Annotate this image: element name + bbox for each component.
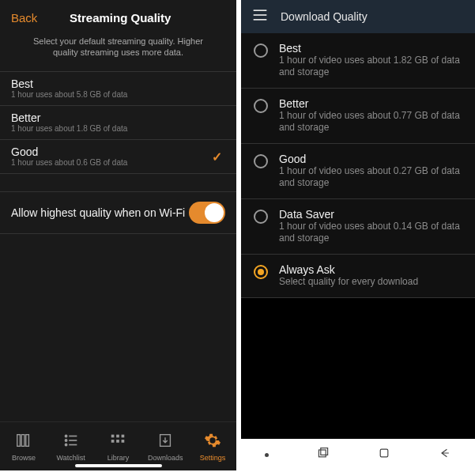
tab-bar: Browse Watchlist Library Downloads xyxy=(0,421,236,470)
streaming-quality-screen: Back Streaming Quality Select your defau… xyxy=(0,0,236,470)
option-desc: Select quality for every download xyxy=(279,276,462,288)
svg-rect-21 xyxy=(380,449,388,457)
tab-label: Watchlist xyxy=(57,454,85,462)
svg-rect-11 xyxy=(122,434,125,437)
tab-label: Downloads xyxy=(148,454,183,462)
svg-rect-20 xyxy=(321,448,328,455)
option-label: Best xyxy=(11,77,225,90)
svg-rect-10 xyxy=(117,434,120,437)
svg-rect-0 xyxy=(17,434,21,446)
option-desc: 1 hour of video uses about 0.14 GB of da… xyxy=(279,221,462,244)
option-label: Better xyxy=(11,111,225,124)
option-desc: 1 hour uses about 0.6 GB of data xyxy=(11,158,225,167)
tab-browse[interactable]: Browse xyxy=(0,422,47,470)
browse-icon xyxy=(15,432,32,451)
header: Back Streaming Quality xyxy=(0,0,236,36)
page-title: Streaming Quality xyxy=(15,11,225,25)
wifi-toggle[interactable] xyxy=(189,202,225,224)
option-label: Better xyxy=(279,97,462,110)
svg-rect-12 xyxy=(111,440,115,443)
svg-rect-2 xyxy=(26,434,29,446)
extras-button[interactable] xyxy=(265,453,269,457)
option-desc: 1 hour of video uses about 0.77 GB of da… xyxy=(279,110,462,134)
svg-point-5 xyxy=(65,439,66,440)
hamburger-icon[interactable] xyxy=(252,8,268,25)
home-button[interactable] xyxy=(378,447,390,463)
android-nav-bar xyxy=(241,439,475,470)
toggle-knob xyxy=(205,203,224,222)
svg-rect-14 xyxy=(122,440,125,443)
download-option-data-saver[interactable]: Data Saver 1 hour of video uses about 0.… xyxy=(241,199,475,255)
recents-button[interactable] xyxy=(317,447,330,463)
tab-library[interactable]: Library xyxy=(95,422,142,470)
home-indicator[interactable] xyxy=(75,464,162,467)
option-desc: 1 hour uses about 1.8 GB of data xyxy=(11,124,225,133)
download-options-list: Best 1 hour of video uses about 1.82 GB … xyxy=(241,33,475,298)
quality-option-better[interactable]: Better 1 hour uses about 1.8 GB of data xyxy=(0,105,236,139)
download-option-good[interactable]: Good 1 hour of video uses about 0.27 GB … xyxy=(241,144,475,199)
svg-rect-1 xyxy=(21,434,25,446)
tab-watchlist[interactable]: Watchlist xyxy=(47,422,95,470)
radio-button[interactable] xyxy=(254,154,268,168)
wifi-quality-row[interactable]: Allow highest quality when on Wi-Fi xyxy=(0,191,236,234)
tab-settings[interactable]: Settings xyxy=(189,422,236,470)
tab-label: Library xyxy=(107,454,130,462)
app-bar: Download Quality xyxy=(241,0,475,33)
checkmark-icon: ✓ xyxy=(212,149,222,164)
wifi-label: Allow highest quality when on Wi-Fi xyxy=(11,206,185,219)
tab-label: Browse xyxy=(12,454,36,462)
option-label: Good xyxy=(279,153,462,165)
svg-point-7 xyxy=(65,444,66,445)
quality-option-good[interactable]: Good 1 hour uses about 0.6 GB of data ✓ xyxy=(0,139,236,174)
radio-button[interactable] xyxy=(254,43,268,58)
radio-button[interactable] xyxy=(254,265,268,279)
option-label: Data Saver xyxy=(279,208,462,221)
quality-options-list: Best 1 hour uses about 5.8 GB of data Be… xyxy=(0,71,236,174)
downloads-icon xyxy=(156,432,174,451)
back-button[interactable] xyxy=(439,447,451,463)
radio-button[interactable] xyxy=(254,99,268,113)
option-desc: 1 hour uses about 5.8 GB of data xyxy=(11,90,225,99)
svg-rect-19 xyxy=(319,450,326,457)
quality-option-best[interactable]: Best 1 hour uses about 5.8 GB of data xyxy=(0,71,236,105)
download-quality-screen: Download Quality Best 1 hour of video us… xyxy=(241,0,475,470)
settings-icon xyxy=(204,432,221,451)
download-option-best[interactable]: Best 1 hour of video uses about 1.82 GB … xyxy=(241,33,475,89)
option-desc: 1 hour of video uses about 1.82 GB of da… xyxy=(279,55,462,78)
option-label: Always Ask xyxy=(279,263,462,276)
tab-downloads[interactable]: Downloads xyxy=(141,422,189,470)
download-option-always-ask[interactable]: Always Ask Select quality for every down… xyxy=(241,255,475,298)
app-bar-title: Download Quality xyxy=(281,10,368,23)
svg-rect-13 xyxy=(117,440,120,443)
option-label: Good xyxy=(11,145,225,158)
option-label: Best xyxy=(279,42,462,55)
svg-point-3 xyxy=(65,435,66,436)
radio-button[interactable] xyxy=(254,210,268,224)
watchlist-icon xyxy=(62,432,80,451)
svg-rect-9 xyxy=(111,434,115,437)
option-desc: 1 hour of video uses about 0.27 GB of da… xyxy=(279,165,462,189)
tab-label: Settings xyxy=(200,454,226,462)
download-option-better[interactable]: Better 1 hour of video uses about 0.77 G… xyxy=(241,89,475,144)
library-icon xyxy=(109,432,126,451)
subtitle-text: Select your default streaming quality. H… xyxy=(0,36,236,71)
